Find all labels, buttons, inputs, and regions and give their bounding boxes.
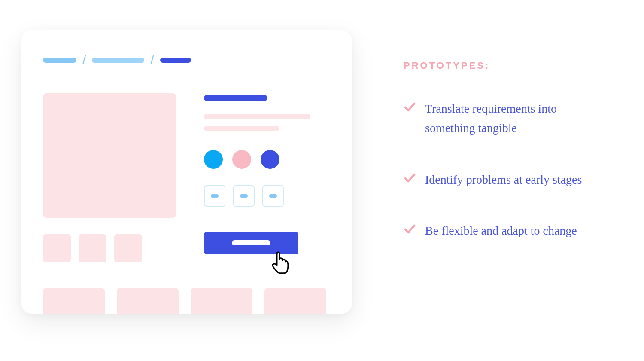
breadcrumb-item-2[interactable] (92, 58, 144, 63)
option-box-2[interactable] (233, 185, 255, 207)
text-column: PROTOTYPES: Translate requirements into … (404, 30, 610, 273)
product-row (43, 93, 331, 262)
bullet-2: Identify problems at early stages (404, 170, 610, 190)
product-images (43, 93, 176, 262)
check-icon (404, 223, 416, 235)
bullet-1: Translate requirements into something ta… (404, 99, 610, 138)
cta-label-placeholder (232, 240, 270, 245)
product-title-placeholder (204, 95, 267, 101)
breadcrumb-separator-icon: / (150, 54, 154, 67)
color-swatches (204, 150, 310, 169)
thumbnail-1[interactable] (43, 234, 71, 262)
section-heading: PROTOTYPES: (404, 60, 610, 71)
breadcrumb-item-1[interactable] (43, 58, 76, 63)
option-box-1[interactable] (204, 185, 225, 207)
breadcrumb-item-3[interactable] (160, 58, 191, 63)
wireframe-card: / / (21, 30, 352, 314)
related-card-2[interactable] (117, 288, 179, 314)
bullet-3: Be flexible and adapt to change (404, 221, 610, 241)
related-card-3[interactable] (191, 288, 252, 314)
color-swatch-pink[interactable] (232, 150, 251, 169)
product-details (204, 93, 310, 254)
check-icon (404, 172, 416, 184)
option-box-3[interactable] (262, 185, 284, 207)
bullet-text-1: Translate requirements into something ta… (425, 99, 610, 138)
related-card-4[interactable] (264, 288, 326, 314)
related-card-1[interactable] (43, 288, 105, 314)
breadcrumb: / / (43, 54, 331, 67)
thumbnail-2[interactable] (79, 234, 106, 262)
bullet-text-3: Be flexible and adapt to change (425, 221, 577, 241)
check-icon (404, 101, 416, 113)
option-boxes (204, 185, 310, 207)
bullet-text-2: Identify problems at early stages (425, 170, 582, 190)
breadcrumb-separator-icon: / (82, 54, 86, 67)
description-line-1 (204, 114, 310, 119)
related-items-row (43, 288, 331, 314)
thumbnail-row (43, 234, 176, 262)
pointer-cursor-icon (269, 250, 291, 274)
color-swatch-indigo[interactable] (261, 150, 279, 169)
main-image-placeholder (43, 93, 176, 218)
description-line-2 (204, 126, 279, 131)
thumbnail-3[interactable] (114, 234, 142, 262)
cta-button[interactable] (204, 232, 298, 254)
color-swatch-blue[interactable] (204, 150, 223, 169)
